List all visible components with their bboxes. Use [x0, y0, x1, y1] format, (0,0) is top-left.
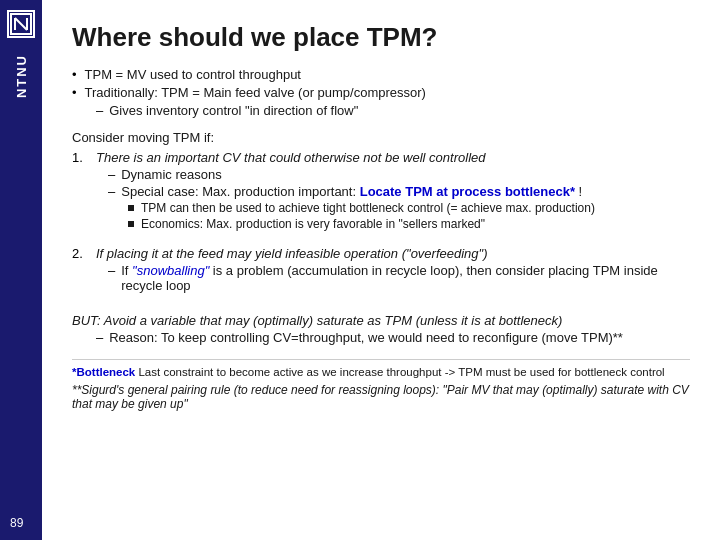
bullet-dot-2: • [72, 85, 77, 100]
numbered-row-2: 2. If placing it at the feed may yield i… [72, 246, 690, 295]
numbered-item-2: 2. If placing it at the feed may yield i… [72, 246, 690, 299]
text-special-case: Special case: Max. production important:… [121, 184, 582, 199]
dash-inventory: – [96, 103, 103, 118]
sub-sub-1: TPM can then be used to achieve tight bo… [128, 201, 690, 215]
bottleneck-highlight: Locate TPM at process bottleneck* [360, 184, 575, 199]
sub-sub-text-2: Economics: Max. production is very favor… [141, 217, 485, 231]
but-sub-text: Reason: To keep controlling CV=throughpu… [109, 330, 623, 345]
sidebar: NTNU 89 [0, 0, 42, 540]
bullet-text-1: TPM = MV used to control throughput [85, 67, 301, 82]
item-main-2: If placing it at the feed may yield infe… [96, 246, 488, 261]
sub-sub-text-1: TPM can then be used to achieve tight bo… [141, 201, 595, 215]
snowball-pre: If [121, 263, 132, 278]
sub-dynamic-reasons: – Dynamic reasons [108, 167, 690, 182]
bullet-text-2: Traditionally: TPM = Main feed valve (or… [85, 85, 426, 100]
snowball-word: "snowballing" [132, 263, 209, 278]
sq-bullet-1 [128, 205, 134, 211]
main-content: Where should we place TPM? • TPM = MV us… [42, 0, 720, 540]
but-text: BUT: Avoid a variable that may (optimall… [72, 313, 690, 328]
dash-but: – [96, 330, 103, 345]
svg-line-2 [15, 18, 27, 30]
numbered-row-1: 1. There is an important CV that could o… [72, 150, 690, 234]
sub-sub-2: Economics: Max. production is very favor… [128, 217, 690, 231]
item-content-2: If placing it at the feed may yield infe… [96, 246, 690, 295]
but-sub: – Reason: To keep controlling CV=through… [96, 330, 690, 345]
consider-text: Consider moving TPM if: [72, 130, 690, 145]
num-1: 1. [72, 150, 88, 165]
text-dynamic-reasons: Dynamic reasons [121, 167, 221, 182]
num-2: 2. [72, 246, 88, 261]
item-main-1: There is an important CV that could othe… [96, 150, 485, 165]
top-bullets: • TPM = MV used to control throughput • … [72, 67, 690, 120]
sub-sub-items: TPM can then be used to achieve tight bo… [128, 201, 690, 231]
sub-bullet-inventory: – Gives inventory control "in direction … [96, 103, 690, 118]
footnote-1: *Bottleneck Last constraint to become ac… [72, 366, 690, 378]
sub-items-2: – If "snowballing" is a problem (accumul… [108, 263, 690, 293]
special-post: ! [575, 184, 582, 199]
special-pre: Special case: Max. production important: [121, 184, 359, 199]
bullet-1: • TPM = MV used to control throughput [72, 67, 690, 82]
footnote-section: *Bottleneck Last constraint to become ac… [72, 359, 690, 411]
footnote-1-text: Last constraint to become active as we i… [135, 366, 664, 378]
dash-snowball: – [108, 263, 115, 278]
numbered-item-1: 1. There is an important CV that could o… [72, 150, 690, 238]
sub-items-1: – Dynamic reasons – Special case: Max. p… [108, 167, 690, 231]
brand-label: NTNU [14, 54, 29, 98]
sub-special-case: – Special case: Max. production importan… [108, 184, 690, 199]
ntnu-logo [7, 10, 35, 38]
sub-text-inventory: Gives inventory control "in direction of… [109, 103, 358, 118]
sub-snowballing: – If "snowballing" is a problem (accumul… [108, 263, 690, 293]
but-section: BUT: Avoid a variable that may (optimall… [72, 313, 690, 345]
bullet-dot-1: • [72, 67, 77, 82]
page-number: 89 [10, 516, 23, 530]
item-content-1: There is an important CV that could othe… [96, 150, 690, 234]
bullet-2: • Traditionally: TPM = Main feed valve (… [72, 85, 690, 100]
dash-dynamic: – [108, 167, 115, 182]
sq-bullet-2 [128, 221, 134, 227]
bottleneck-label: *Bottleneck [72, 366, 135, 378]
footnote-2: **Sigurd's general pairing rule (to redu… [72, 383, 690, 411]
text-snowballing: If "snowballing" is a problem (accumulat… [121, 263, 690, 293]
dash-special: – [108, 184, 115, 199]
page-title: Where should we place TPM? [72, 22, 690, 53]
